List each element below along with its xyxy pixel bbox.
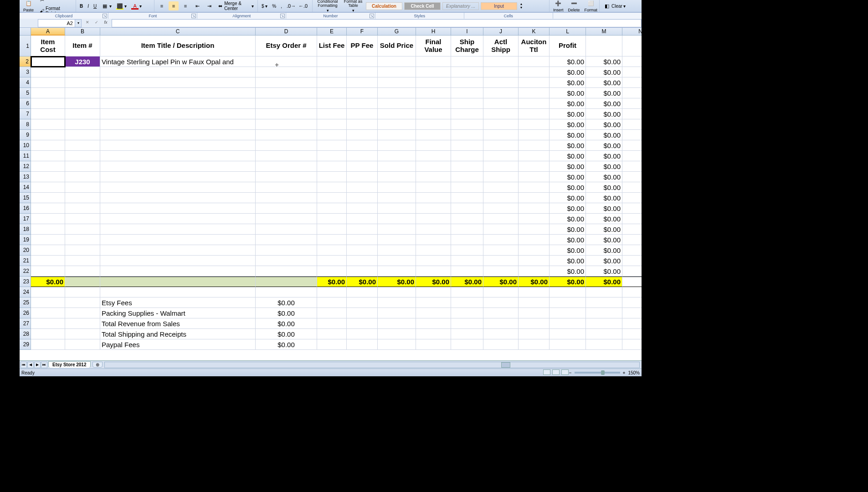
cell[interactable]: [519, 182, 550, 193]
cell[interactable]: [483, 77, 519, 88]
clipboard-dialog-launcher[interactable]: ↘: [103, 14, 107, 18]
cell[interactable]: [416, 235, 451, 245]
cell[interactable]: [416, 329, 451, 339]
page-layout-view-button[interactable]: [552, 369, 560, 375]
cell[interactable]: [100, 98, 256, 109]
style-input[interactable]: Input: [481, 2, 517, 10]
cell[interactable]: [347, 329, 378, 339]
delete-cells-button[interactable]: ➖Delete: [567, 0, 581, 13]
row-header-26[interactable]: 26: [20, 308, 31, 318]
cell[interactable]: [622, 287, 642, 297]
cell[interactable]: [347, 339, 378, 350]
cell[interactable]: [31, 308, 65, 318]
spreadsheet-grid[interactable]: A B C D E F G H I J K L M N 1 Item Cost …: [20, 28, 642, 360]
cell[interactable]: [100, 88, 256, 98]
cell[interactable]: [519, 214, 550, 224]
new-sheet-button[interactable]: ⊕: [92, 362, 103, 368]
cell[interactable]: [451, 297, 483, 308]
cell[interactable]: [416, 98, 451, 109]
cell[interactable]: [483, 140, 519, 151]
format-cells-button[interactable]: ⬜Format: [583, 0, 599, 13]
tab-nav-next[interactable]: ▶: [34, 362, 41, 368]
cell[interactable]: [31, 297, 65, 308]
cell[interactable]: [378, 266, 416, 277]
cell[interactable]: [378, 88, 416, 98]
cell[interactable]: [378, 297, 416, 308]
cell[interactable]: [416, 88, 451, 98]
style-explanatory[interactable]: Explanatory ...: [442, 2, 479, 10]
cell[interactable]: [31, 182, 65, 193]
cell[interactable]: [347, 140, 378, 151]
cell[interactable]: [416, 140, 451, 151]
cell[interactable]: [416, 161, 451, 172]
cell[interactable]: [347, 235, 378, 245]
cell[interactable]: [378, 256, 416, 266]
cell[interactable]: [483, 339, 519, 350]
cell[interactable]: [622, 256, 642, 266]
cell[interactable]: $0.00: [586, 245, 622, 256]
cell[interactable]: [31, 88, 65, 98]
cell-D2[interactable]: [256, 56, 317, 67]
cell[interactable]: [378, 109, 416, 119]
cell[interactable]: [622, 161, 642, 172]
cell[interactable]: [519, 329, 550, 339]
cell[interactable]: [622, 130, 642, 140]
cell[interactable]: [519, 119, 550, 130]
cell[interactable]: [451, 119, 483, 130]
cell[interactable]: [65, 140, 100, 151]
cell[interactable]: [416, 203, 451, 214]
row-header-25[interactable]: 25: [20, 297, 31, 308]
font-dialog-launcher[interactable]: ↘: [191, 14, 196, 18]
cell[interactable]: [451, 245, 483, 256]
paste-button[interactable]: 📋 Paste: [22, 0, 35, 13]
name-box-dropdown[interactable]: ▾: [75, 19, 82, 27]
total-item-cost[interactable]: $0.00: [31, 277, 65, 287]
cell[interactable]: [416, 77, 451, 88]
cell[interactable]: [65, 193, 100, 203]
row-header-21[interactable]: 21: [20, 256, 31, 266]
cell[interactable]: $0.00: [586, 119, 622, 130]
style-check-cell[interactable]: Check Cell: [404, 2, 441, 10]
cell[interactable]: [483, 256, 519, 266]
cell[interactable]: [451, 140, 483, 151]
cell[interactable]: [317, 329, 347, 339]
cell[interactable]: [451, 98, 483, 109]
percent-button[interactable]: %: [271, 3, 277, 10]
cell[interactable]: [378, 182, 416, 193]
cell[interactable]: [65, 151, 100, 161]
row-header-19[interactable]: 19: [20, 235, 31, 245]
cell[interactable]: [100, 161, 256, 172]
cell[interactable]: [519, 339, 550, 350]
cell[interactable]: $0.00: [586, 130, 622, 140]
cell[interactable]: [100, 193, 256, 203]
cell[interactable]: [347, 214, 378, 224]
cell[interactable]: [100, 256, 256, 266]
cell[interactable]: [317, 256, 347, 266]
cell[interactable]: $0.00: [550, 203, 586, 214]
cell[interactable]: [416, 256, 451, 266]
cell[interactable]: [416, 297, 451, 308]
cell[interactable]: [347, 297, 378, 308]
cell[interactable]: [347, 130, 378, 140]
cell[interactable]: [416, 182, 451, 193]
cell[interactable]: [416, 109, 451, 119]
cell[interactable]: [550, 308, 586, 318]
borders-button[interactable]: ▦▾: [100, 1, 113, 10]
cut-button[interactable]: ✂: [37, 0, 73, 5]
cell[interactable]: [317, 77, 347, 88]
cell[interactable]: $0.00: [586, 182, 622, 193]
cell[interactable]: [519, 203, 550, 214]
cell[interactable]: [65, 256, 100, 266]
cell[interactable]: [100, 109, 256, 119]
cell[interactable]: $0.00: [550, 266, 586, 277]
cell[interactable]: [586, 318, 622, 329]
cell[interactable]: [519, 109, 550, 119]
insert-function-button[interactable]: fx: [102, 20, 110, 27]
cell[interactable]: [416, 119, 451, 130]
cell[interactable]: [416, 245, 451, 256]
fill-color-button[interactable]: ⬛▾: [115, 1, 128, 10]
cell[interactable]: [317, 172, 347, 182]
cell[interactable]: [65, 77, 100, 88]
increase-decimal-button[interactable]: .0→: [285, 1, 295, 10]
row-header-7[interactable]: 7: [20, 109, 31, 119]
